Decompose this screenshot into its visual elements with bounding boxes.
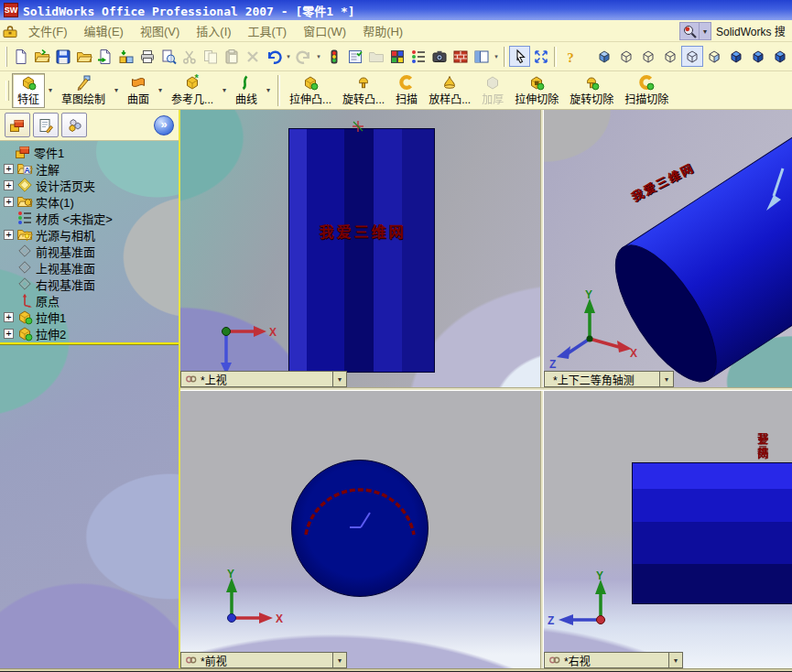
tab-featuremanager[interactable] (5, 113, 30, 137)
surface-button[interactable]: 曲面 (122, 73, 155, 108)
undo-button-dropdown-icon[interactable]: ▾ (284, 53, 293, 60)
curve-button[interactable]: 曲线 (230, 73, 263, 108)
menu-item-4[interactable]: 工具(T) (240, 20, 296, 41)
view-dropdown-icon[interactable]: ▾ (332, 653, 346, 667)
revolved-cut-button[interactable]: 旋转切除 (564, 73, 619, 108)
panel-overflow-button[interactable]: » (154, 115, 174, 135)
viewport-front-view[interactable]: Y X *前视 ▾ (180, 391, 540, 668)
view-orientation-2-button[interactable] (747, 46, 769, 67)
texture-button[interactable] (450, 46, 471, 67)
tree-item-front-plane[interactable]: 前视基准面 (0, 243, 179, 259)
model-right-view[interactable] (632, 462, 792, 604)
tree-item-part-root[interactable]: 零件1 (0, 144, 179, 160)
view-dropdown-icon[interactable]: ▾ (659, 372, 673, 386)
swept-cut-button[interactable]: 扫描切除 (619, 73, 674, 108)
undo-button[interactable] (263, 46, 284, 67)
view-selector-isometric[interactable]: *上下二等角轴测 ▾ (544, 371, 674, 387)
extruded-cut-button[interactable]: 拉伸切除 (509, 73, 564, 108)
options-button[interactable] (344, 46, 365, 67)
tab-propertymanager[interactable] (33, 113, 59, 137)
sweep-button[interactable]: 扫描 (390, 73, 423, 108)
view-orientation-1-button[interactable] (725, 46, 747, 67)
expand-toggle-icon[interactable]: + (4, 180, 14, 190)
expand-toggle-icon[interactable]: + (4, 312, 14, 322)
display-wireframe-button[interactable] (659, 46, 681, 67)
expand-toggle-icon[interactable]: + (4, 329, 14, 339)
split-view-button-dropdown-icon[interactable]: ▾ (492, 53, 501, 60)
menu-item-2[interactable]: 视图(V) (132, 20, 188, 41)
tree-item-right-plane[interactable]: 右视基准面 (0, 276, 179, 292)
viewport-top-view[interactable]: 我爱三维网 X Z *上视 ▾ (180, 110, 540, 387)
view-selector-top[interactable]: *上视 ▾ (180, 371, 347, 387)
redo-button-dropdown-icon[interactable]: ▾ (314, 53, 323, 60)
tree-item-lights-cameras[interactable]: +光源与相机 (0, 226, 179, 243)
tree-item-annotations[interactable]: +A注解 (0, 160, 179, 177)
expand-toggle-icon[interactable]: + (4, 230, 14, 240)
search-icon[interactable] (679, 22, 700, 40)
tree-item-design-binder[interactable]: +设计活页夹 (0, 177, 179, 193)
tree-item-label: 前视基准面 (36, 243, 95, 260)
model-top-view[interactable] (288, 128, 435, 373)
view-dropdown-icon[interactable]: ▾ (668, 653, 682, 667)
open-alt-button[interactable] (73, 46, 94, 67)
rebuild-button[interactable] (323, 46, 344, 67)
features-toolbar: 特征▾草图绘制▾曲面▾*参考几...▾曲线▾拉伸凸...旋转凸...扫描放样凸.… (0, 71, 792, 110)
display-settings-button[interactable] (407, 46, 429, 67)
view-orientation-3-button[interactable] (769, 46, 791, 67)
menu-item-5[interactable]: 窗口(W) (295, 20, 354, 41)
display-current-style-button[interactable] (681, 46, 703, 67)
horizontal-splitter[interactable] (180, 387, 792, 391)
features-button-dropdown-icon[interactable]: ▾ (45, 86, 56, 94)
display-hidden-lines-visible-button[interactable] (615, 46, 637, 67)
photo-render-button[interactable] (429, 46, 450, 67)
tree-item-top-plane[interactable]: 上视基准面 (0, 259, 179, 276)
view-selector-front[interactable]: *前视 ▾ (180, 652, 347, 668)
menu-item-1[interactable]: 编辑(E) (76, 20, 132, 41)
extruded-boss-button[interactable]: 拉伸凸... (284, 73, 337, 108)
new-button[interactable] (10, 46, 31, 67)
rollback-bar[interactable] (0, 342, 179, 345)
zoom-fit-button[interactable] (530, 46, 551, 67)
features-button[interactable]: 特征 (12, 73, 45, 108)
tree-item-origin[interactable]: 原点 (0, 292, 179, 309)
toolbar-grip[interactable] (5, 81, 9, 101)
sketch-button-dropdown-icon[interactable]: ▾ (111, 86, 122, 94)
surface-button-dropdown-icon[interactable]: ▾ (155, 86, 166, 94)
menu-item-3[interactable]: 插入(I) (188, 20, 239, 41)
menu-item-0[interactable]: 文件(F) (20, 20, 76, 41)
help-button[interactable]: ? (559, 46, 580, 67)
toolbar-grip[interactable] (5, 47, 7, 67)
tree-item-solid-bodies[interactable]: +实体(1) (0, 193, 179, 210)
search-dropdown-icon[interactable]: ▾ (700, 22, 711, 40)
viewport-right-view[interactable]: 我爱三维网 Y Z *右视 ▾ (544, 391, 792, 668)
save-button[interactable] (52, 46, 73, 67)
revolved-boss-button[interactable]: 旋转凸... (337, 73, 390, 108)
loft-button[interactable]: 放样凸... (423, 73, 476, 108)
tab-configurations[interactable] (61, 113, 87, 137)
expand-toggle-icon[interactable]: + (4, 164, 14, 174)
view-dropdown-icon[interactable]: ▾ (332, 372, 346, 386)
display-shaded-edges-button[interactable] (593, 46, 615, 67)
open-button[interactable] (31, 46, 52, 67)
solidworks-search[interactable]: ▾ SolidWorks 搜 (679, 22, 792, 40)
tree-item-extrude1[interactable]: +拉伸1 (0, 309, 179, 325)
make-drawing-button[interactable] (94, 46, 115, 67)
make-assembly-button[interactable] (115, 46, 136, 67)
select-button[interactable] (509, 46, 530, 67)
display-hidden-lines-removed-button[interactable] (637, 46, 659, 67)
expand-toggle-icon[interactable]: + (4, 197, 14, 207)
print-button[interactable] (136, 46, 157, 67)
tree-item-material[interactable]: 材质 <未指定> (0, 210, 179, 226)
menu-item-6[interactable]: 帮助(H) (354, 20, 411, 41)
tree-item-extrude2[interactable]: +拉伸2 (0, 325, 179, 341)
split-view-button[interactable] (471, 46, 492, 67)
edit-color-button[interactable] (386, 46, 407, 67)
print-preview-button[interactable] (157, 46, 179, 67)
reference-geometry-button[interactable]: *参考几... (166, 73, 219, 108)
viewport-isometric-view[interactable]: 我爱三维网 Y X Z *上下二等角轴测 ▾ (544, 110, 792, 387)
view-selector-right[interactable]: *右视 ▾ (544, 652, 683, 668)
display-shadow-button[interactable] (703, 46, 725, 67)
sketch-button[interactable]: 草图绘制 (56, 73, 111, 108)
curve-button-dropdown-icon[interactable]: ▾ (263, 86, 274, 94)
reference-geometry-button-dropdown-icon[interactable]: ▾ (219, 86, 230, 94)
